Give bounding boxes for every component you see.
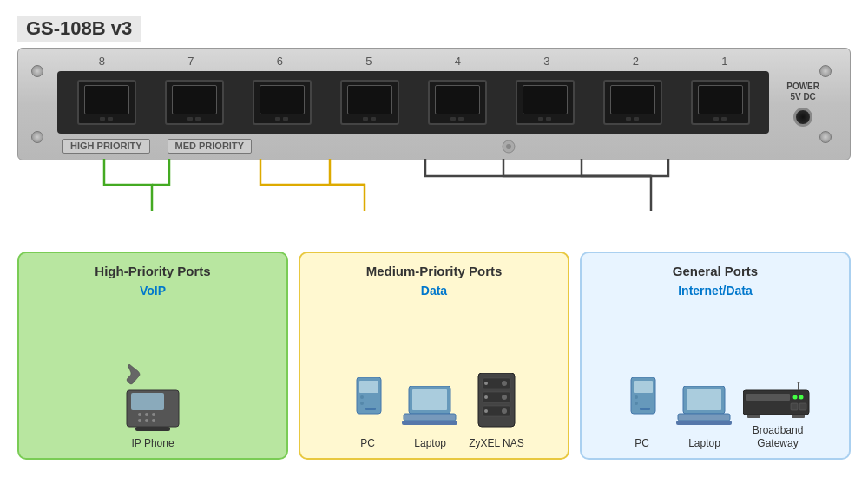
device-laptop-med: Laptop: [402, 386, 458, 449]
high-priority-subtitle: VoIP: [140, 284, 166, 297]
svg-point-6: [152, 413, 155, 416]
general-title: General Ports: [673, 264, 758, 278]
port-num-8: 8: [69, 55, 135, 68]
high-priority-devices: IP Phone: [122, 306, 183, 449]
screw-top-right: [819, 65, 832, 77]
device-ipphone: IP Phone: [122, 364, 183, 449]
svg-point-4: [138, 413, 141, 416]
port-num-5: 5: [336, 55, 401, 68]
laptop-med-icon: [402, 386, 458, 434]
ports-area: 8 7 6 5 4 3 2 1 HIGH PRIORITY: [49, 55, 778, 154]
power-label: POWER5V DC: [786, 82, 819, 102]
device-pc-med: PC: [344, 377, 391, 449]
med-priority-subtitle: Data: [421, 284, 447, 297]
laptop-med-label: Laptop: [414, 437, 446, 449]
med-priority-label: MED PRIORITY: [168, 139, 252, 154]
general-subtitle: Internet/Data: [678, 284, 753, 297]
svg-rect-17: [412, 389, 447, 410]
svg-rect-37: [678, 414, 730, 421]
svg-point-14: [360, 402, 364, 405]
port-7: [165, 80, 224, 125]
high-priority-section: High-Priority Ports VoIP: [17, 252, 288, 460]
priority-labels: HIGH PRIORITY MED PRIORITY: [57, 139, 769, 154]
port-4: [428, 80, 487, 125]
screw-top-left: [31, 65, 43, 77]
nas-icon: [474, 373, 519, 434]
svg-point-27: [484, 382, 488, 385]
power-connector: [793, 108, 812, 127]
svg-point-5: [145, 413, 148, 416]
svg-point-1: [506, 144, 511, 149]
svg-point-32: [635, 395, 638, 399]
pc-gen-label: PC: [635, 437, 649, 449]
svg-rect-38: [676, 421, 732, 425]
svg-point-26: [502, 408, 507, 414]
svg-rect-10: [135, 427, 170, 431]
port-num-6: 6: [247, 55, 312, 68]
port-8: [77, 80, 136, 125]
laptop-gen-icon: [676, 386, 733, 434]
switch-body: 8 7 6 5 4 3 2 1 HIGH PRIORITY: [17, 48, 851, 160]
med-priority-title: Medium-Priority Ports: [366, 264, 503, 278]
port-2: [603, 80, 662, 125]
center-screw-icon: [502, 140, 516, 154]
right-screws: [819, 65, 837, 143]
pc-med-label: PC: [360, 437, 375, 449]
med-priority-section: Medium-Priority Ports Data PC: [299, 252, 569, 460]
port-num-1: 1: [692, 55, 757, 68]
left-screws: [31, 65, 49, 143]
svg-rect-36: [687, 389, 721, 410]
screw-bottom-left: [31, 131, 43, 143]
svg-point-8: [145, 419, 148, 422]
high-priority-title: High-Priority Ports: [95, 264, 210, 278]
port-6: [253, 80, 312, 125]
switch-device: 8 7 6 5 4 3 2 1 HIGH PRIORITY: [17, 48, 851, 182]
port-5: [340, 80, 399, 125]
svg-rect-15: [365, 408, 376, 410]
svg-rect-18: [404, 414, 456, 421]
pc-med-icon: [344, 377, 391, 434]
laptop-gen-label: Laptop: [688, 437, 720, 449]
device-laptop-gen: Laptop: [676, 386, 733, 449]
svg-rect-47: [747, 415, 760, 418]
svg-point-42: [799, 395, 804, 400]
svg-rect-45: [791, 403, 798, 410]
svg-point-9: [152, 419, 155, 422]
sections-container: High-Priority Ports VoIP: [17, 252, 851, 460]
svg-point-24: [502, 381, 507, 386]
port-num-2: 2: [603, 55, 668, 68]
svg-point-44: [797, 382, 800, 383]
svg-rect-40: [746, 394, 790, 401]
med-priority-devices: PC Laptop: [344, 306, 524, 449]
svg-rect-34: [640, 408, 650, 410]
ports-row: [57, 71, 769, 134]
ipphone-icon: [122, 364, 183, 434]
port-num-4: 4: [425, 55, 490, 68]
port-numbers: 8 7 6 5 4 3 2 1: [57, 55, 769, 68]
svg-point-28: [484, 395, 488, 399]
gateway-icon: [743, 382, 812, 421]
port-1: [691, 80, 750, 125]
screw-bottom-right: [819, 131, 832, 143]
gateway-label: BroadbandGateway: [753, 424, 804, 449]
general-section: General Ports Internet/Data PC: [580, 252, 851, 460]
port-3: [516, 80, 575, 125]
device-nas: ZyXEL NAS: [469, 373, 524, 449]
high-priority-label: HIGH PRIORITY: [62, 139, 150, 154]
svg-point-33: [635, 402, 638, 405]
svg-rect-12: [359, 381, 378, 393]
svg-rect-19: [402, 421, 457, 425]
nas-label: ZyXEL NAS: [469, 437, 524, 449]
svg-point-25: [502, 395, 507, 400]
svg-rect-48: [792, 415, 805, 418]
power-section: POWER5V DC: [778, 82, 819, 127]
device-gateway: BroadbandGateway: [743, 382, 812, 449]
port-num-7: 7: [158, 55, 223, 68]
port-num-3: 3: [514, 55, 579, 68]
svg-point-29: [484, 409, 488, 413]
svg-rect-31: [634, 381, 653, 393]
svg-point-7: [138, 419, 141, 422]
svg-rect-3: [131, 393, 164, 410]
svg-rect-46: [799, 403, 806, 410]
pc-gen-icon: [618, 377, 666, 434]
